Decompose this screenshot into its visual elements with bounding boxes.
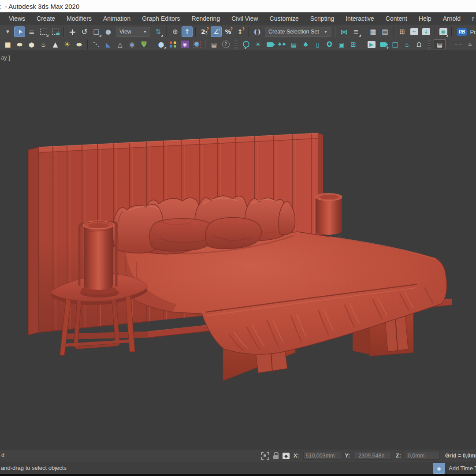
- scatter-blossom-icon[interactable]: ∗: [126, 40, 138, 49]
- render-selected-icon[interactable]: [191, 40, 202, 49]
- rectangular-selection-region-icon[interactable]: [38, 26, 49, 37]
- menu-scripting[interactable]: Scripting: [305, 12, 340, 25]
- reference-coordinate-system-dropdown[interactable]: View▼: [116, 27, 150, 37]
- percent-snap-toggle-icon[interactable]: %?: [223, 26, 234, 37]
- y-coordinate-field[interactable]: -2309,548n: [354, 452, 392, 460]
- select-object-icon[interactable]: ➤: [14, 26, 25, 37]
- video-preview-icon[interactable]: ▶: [366, 40, 377, 49]
- create-disc-icon[interactable]: ●: [74, 40, 85, 49]
- menu-interactive[interactable]: Interactive: [340, 12, 380, 25]
- space-warp-icon[interactable]: △: [115, 40, 126, 49]
- menu-create[interactable]: Create: [31, 12, 61, 25]
- palette-icon[interactable]: ◉: [179, 40, 190, 49]
- toolbar-separator: [451, 27, 452, 37]
- schematic-view-icon[interactable]: ↓: [420, 26, 431, 37]
- edit-named-selection-sets-icon[interactable]: {}: [252, 26, 263, 37]
- help-icon[interactable]: ?: [220, 40, 231, 49]
- foliage-icon[interactable]: Ψ: [138, 40, 149, 49]
- cube-icon[interactable]: ◈: [433, 463, 445, 474]
- frame-window-icon[interactable]: □: [390, 40, 401, 49]
- z-coordinate-field[interactable]: 0,0mm: [405, 452, 439, 460]
- menu-graph-editors[interactable]: Graph Editors: [136, 12, 186, 25]
- toolbar-grip[interactable]: [428, 40, 431, 49]
- material-sphere-icon[interactable]: ●: [156, 40, 167, 49]
- window-crossing-toggle-icon[interactable]: [50, 26, 61, 37]
- perspective-viewport[interactable]: ay ]: [0, 50, 476, 450]
- spinner-snap-toggle-icon[interactable]: ↕?: [234, 26, 245, 37]
- toolbar-separator: [195, 27, 196, 37]
- angle-snap-toggle-icon[interactable]: ∠?: [211, 26, 222, 37]
- layer-teapot-icon[interactable]: ♨: [465, 40, 476, 49]
- plus-square-icon[interactable]: ⊞: [348, 40, 359, 49]
- named-selection-sets-dropdown[interactable]: Create Selection Set▼: [265, 27, 331, 37]
- y-label: Y:: [345, 453, 350, 459]
- viewport-3d-scene[interactable]: [0, 50, 476, 450]
- layer-dashes-icon[interactable]: -- --: [453, 40, 464, 49]
- menu-content[interactable]: Content: [380, 12, 413, 25]
- material-editor-icon[interactable]: ◉: [438, 26, 449, 37]
- keyboard-shortcut-override-icon[interactable]: ↑: [182, 26, 193, 37]
- x-coordinate-field[interactable]: 510,003mm: [303, 452, 341, 460]
- toggle-scene-explorer-icon[interactable]: ▤: [379, 26, 390, 37]
- layer-ball-icon[interactable]: ▣: [336, 40, 347, 49]
- menu-animation[interactable]: Animation: [97, 12, 136, 25]
- menu-rendering[interactable]: Rendering: [186, 12, 226, 25]
- menu-modifiers[interactable]: Modifiers: [61, 12, 97, 25]
- curve-editor-icon[interactable]: ~: [409, 26, 420, 37]
- create-cone-icon[interactable]: ▲: [50, 40, 61, 49]
- selection-lock-icon[interactable]: [273, 455, 279, 459]
- create-sphere-icon[interactable]: ●: [26, 40, 37, 49]
- create-teapot-icon[interactable]: ♨: [38, 40, 49, 49]
- isolate-selection-icon[interactable]: [261, 452, 269, 460]
- toolbar-grip[interactable]: [234, 40, 238, 49]
- select-and-scale-icon[interactable]: □: [91, 26, 102, 37]
- absolute-mode-icon[interactable]: ◆: [283, 453, 290, 459]
- camera-add-icon[interactable]: [378, 40, 389, 49]
- toggle-layer-explorer-icon[interactable]: ▦: [368, 26, 379, 37]
- menu-help[interactable]: Help: [413, 12, 437, 25]
- select-and-place-icon[interactable]: ●: [103, 26, 114, 37]
- menu-customize[interactable]: Customize: [264, 12, 305, 25]
- menu-r[interactable]: r: [466, 12, 476, 25]
- rb-prepare[interactable]: RBPrepare: [457, 28, 476, 36]
- custom-toolbar: ■●●♨▲☀●⋱◣△∗Ψ●◉▤?☀♠♠▤♠▯O▣⊞▶□♨Ω▤-- --♨■0 (: [0, 39, 476, 50]
- tree-list-icon[interactable]: ▤: [288, 40, 299, 49]
- add-time-tag-label[interactable]: Add Time Ta: [449, 465, 476, 472]
- tree-icon[interactable]: ♠: [300, 40, 311, 49]
- select-and-move-icon[interactable]: +: [67, 26, 78, 37]
- x-label: X:: [294, 453, 299, 459]
- align-icon[interactable]: ≡: [350, 26, 361, 37]
- color-balls-icon[interactable]: [167, 40, 178, 49]
- select-and-manipulate-icon[interactable]: ⊕: [170, 26, 181, 37]
- create-box-icon[interactable]: ■: [2, 40, 13, 49]
- railclone-ring-icon[interactable]: O: [324, 40, 335, 49]
- select-by-name-icon[interactable]: ≡: [26, 26, 37, 37]
- layers-panel-icon[interactable]: ▤: [434, 39, 446, 49]
- tree-panel-icon[interactable]: ▯: [312, 40, 323, 49]
- teapot-outline-icon[interactable]: ♨: [402, 40, 413, 49]
- create-dome-icon[interactable]: ●: [14, 40, 25, 49]
- sun-light-icon[interactable]: ☀: [253, 40, 264, 49]
- select-and-rotate-icon[interactable]: ↺: [79, 26, 90, 37]
- use-pivot-point-center-icon[interactable]: ⇅: [152, 26, 164, 37]
- camera-icon[interactable]: [264, 40, 275, 49]
- open-containers-icon[interactable]: ⊞: [397, 26, 408, 37]
- rb-badge-icon[interactable]: RB: [457, 28, 467, 36]
- idea-bulb-icon[interactable]: Ω: [413, 40, 424, 49]
- selection-filter-flyout-icon[interactable]: ▼: [2, 26, 13, 37]
- menu-bar: ViewsCreateModifiersAnimationGraph Edito…: [0, 12, 476, 25]
- forest-trees-icon[interactable]: ♠♠: [276, 40, 287, 49]
- menu-arnold[interactable]: Arnold: [437, 12, 466, 25]
- viewport-label-fragment[interactable]: ay ]: [1, 54, 10, 61]
- menu-views[interactable]: Views: [3, 12, 31, 25]
- cloth-sail-icon[interactable]: ◣: [103, 40, 114, 49]
- menu-civil-view[interactable]: Civil View: [226, 12, 264, 25]
- rb-label[interactable]: Prepare: [470, 29, 476, 35]
- light-icon[interactable]: [241, 40, 252, 49]
- clipboard-icon[interactable]: ▤: [208, 40, 219, 49]
- mirror-icon[interactable]: ⋈: [338, 26, 350, 37]
- particle-rain-icon[interactable]: ⋱: [91, 40, 102, 49]
- daylight-system-icon[interactable]: ☀: [62, 40, 73, 49]
- snaps-toggle-2-5d-icon[interactable]: 25?: [199, 26, 210, 37]
- toolbar-separator: [393, 27, 394, 37]
